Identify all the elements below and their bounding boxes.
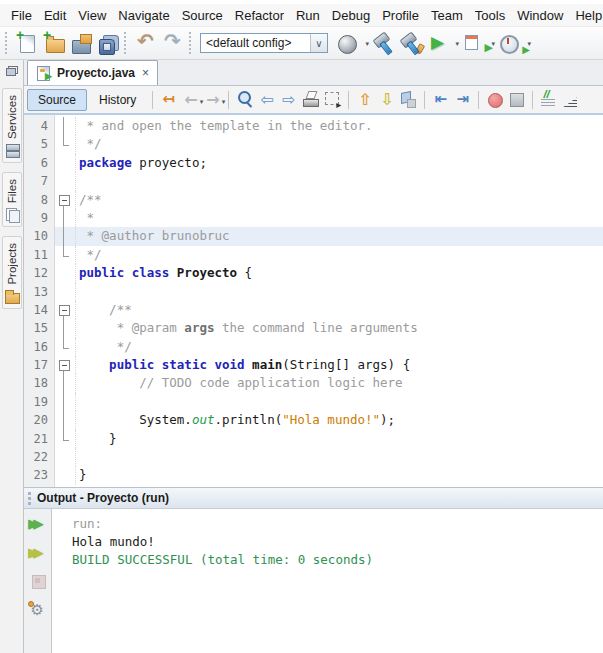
redo-icon[interactable] [160, 30, 187, 56]
prev-occurrence-icon[interactable] [256, 89, 277, 110]
code-line[interactable]: * @author brunobruc [55, 227, 603, 245]
tab-proyecto-java[interactable]: Proyecto.java × [27, 60, 158, 85]
shift-right-icon[interactable] [452, 89, 473, 110]
prev-bookmark-icon[interactable] [354, 89, 375, 110]
editor-area: Proyecto.java × SourceHistory▾▾ 45678910… [24, 60, 603, 487]
profile-icon[interactable]: ▾ [496, 30, 532, 56]
last-edit-icon[interactable] [158, 89, 179, 110]
code-line[interactable]: */ [55, 246, 603, 264]
code-line[interactable]: * [55, 209, 603, 227]
clean-build-icon[interactable] [397, 30, 424, 56]
forward-icon[interactable]: ▾ [202, 89, 223, 110]
code-line[interactable]: * and open the template in the editor. [55, 117, 603, 135]
code-line[interactable]: System.out.println("Hola mundo!"); [55, 411, 603, 429]
line-number: 8 [24, 191, 54, 209]
services-icon [4, 142, 20, 158]
dock-windows-icon[interactable] [4, 63, 20, 79]
code-line[interactable]: package proyecto; [55, 154, 603, 172]
back-icon[interactable]: ▾ [180, 89, 201, 110]
code-text: */ [75, 338, 132, 356]
code-lines[interactable]: * and open the template in the editor. *… [55, 115, 603, 487]
comment-icon[interactable] [538, 89, 559, 110]
chevron-down-icon[interactable]: ∨ [310, 34, 327, 52]
stop-macro-icon[interactable] [506, 89, 527, 110]
history-button[interactable]: History [88, 89, 147, 111]
code-token: public static void [109, 357, 244, 372]
code-line[interactable] [55, 393, 603, 411]
source-button[interactable]: Source [27, 89, 87, 111]
ant-settings-button[interactable] [27, 601, 49, 621]
menu-debug[interactable]: Debug [326, 5, 376, 26]
line-number: 5 [24, 135, 54, 153]
sidebar-tab-label: Files [6, 179, 18, 203]
code-line[interactable]: } [55, 466, 603, 484]
code-area[interactable]: 4567891011121314151617181920212223 * and… [24, 115, 603, 487]
menu-bar: FileEditViewNavigateSourceRefactorRunDeb… [0, 4, 603, 27]
build-icon[interactable] [370, 30, 397, 56]
run-icon[interactable]: ▾ [424, 30, 460, 56]
save-all-icon[interactable] [95, 30, 122, 56]
close-icon[interactable]: × [140, 66, 149, 80]
find-selection-icon[interactable] [234, 89, 255, 110]
record-macro-icon[interactable] [484, 89, 505, 110]
menu-window[interactable]: Window [511, 5, 569, 26]
code-line[interactable]: /** [55, 191, 603, 209]
uncomment-icon[interactable] [560, 89, 581, 110]
connect-icon[interactable]: ▾ [334, 30, 370, 56]
next-bookmark-icon[interactable] [376, 89, 397, 110]
netbeans-window: FileEditViewNavigateSourceRefactorRunDeb… [0, 0, 603, 653]
fold-collapse-icon[interactable] [55, 191, 75, 209]
fold-collapse-icon[interactable] [55, 356, 75, 374]
open-project-icon[interactable] [68, 30, 95, 56]
toggle-bookmark-icon[interactable] [398, 89, 419, 110]
fold-collapse-icon[interactable] [55, 301, 75, 319]
output-header[interactable]: Output - Proyecto (run) [24, 488, 603, 509]
sidebar-tab-label: Projects [6, 243, 18, 285]
code-line[interactable]: * @param args the command line arguments [55, 319, 603, 337]
config-combobox[interactable]: <default config>∨ [200, 33, 328, 53]
rerun-button[interactable] [27, 514, 49, 534]
sidebar-tab-projects[interactable]: Projects [2, 236, 22, 309]
code-line[interactable] [55, 283, 603, 301]
menu-team[interactable]: Team [425, 5, 469, 26]
menu-help[interactable]: Help [569, 5, 603, 26]
code-text [75, 393, 79, 411]
sidebar-tab-services[interactable]: Services [2, 88, 22, 163]
menu-profile[interactable]: Profile [376, 5, 425, 26]
code-line[interactable]: */ [55, 338, 603, 356]
menu-view[interactable]: View [72, 5, 112, 26]
config-value: <default config> [206, 36, 291, 50]
menu-navigate[interactable]: Navigate [112, 5, 175, 26]
toggle-highlight-icon[interactable] [300, 89, 321, 110]
code-line[interactable]: /** [55, 301, 603, 319]
sidebar-tab-files[interactable]: Files [2, 172, 22, 227]
menu-edit[interactable]: Edit [38, 5, 72, 26]
menu-tools[interactable]: Tools [469, 5, 511, 26]
undo-icon[interactable] [133, 30, 160, 56]
code-token: * @author brunobruc [79, 228, 230, 243]
menu-file[interactable]: File [5, 5, 38, 26]
menu-source[interactable]: Source [176, 5, 229, 26]
code-line[interactable] [55, 448, 603, 466]
menu-run[interactable]: Run [290, 5, 326, 26]
debug-icon[interactable]: ▾ [460, 30, 496, 56]
line-number: 4 [24, 117, 54, 135]
new-project-icon[interactable] [41, 30, 68, 56]
code-text: */ [75, 246, 102, 264]
select-in-icon[interactable] [322, 89, 343, 110]
fold-gutter [55, 338, 75, 356]
code-line[interactable]: */ [55, 135, 603, 153]
code-line[interactable]: public static void main(String[] args) { [55, 356, 603, 374]
code-line[interactable] [55, 172, 603, 190]
stop-button[interactable] [27, 572, 49, 592]
shift-left-icon[interactable] [430, 89, 451, 110]
next-occurrence-icon[interactable] [278, 89, 299, 110]
code-line[interactable]: public class Proyecto { [55, 264, 603, 282]
output-console[interactable]: run:Hola mundo!BUILD SUCCESSFUL (total t… [52, 509, 603, 653]
code-token: { [237, 265, 252, 280]
menu-refactor[interactable]: Refactor [229, 5, 290, 26]
new-file-icon[interactable] [14, 30, 41, 56]
rerun-with-changes-button[interactable] [27, 543, 49, 563]
code-line[interactable]: // TODO code application logic here [55, 374, 603, 392]
code-line[interactable]: } [55, 430, 603, 448]
